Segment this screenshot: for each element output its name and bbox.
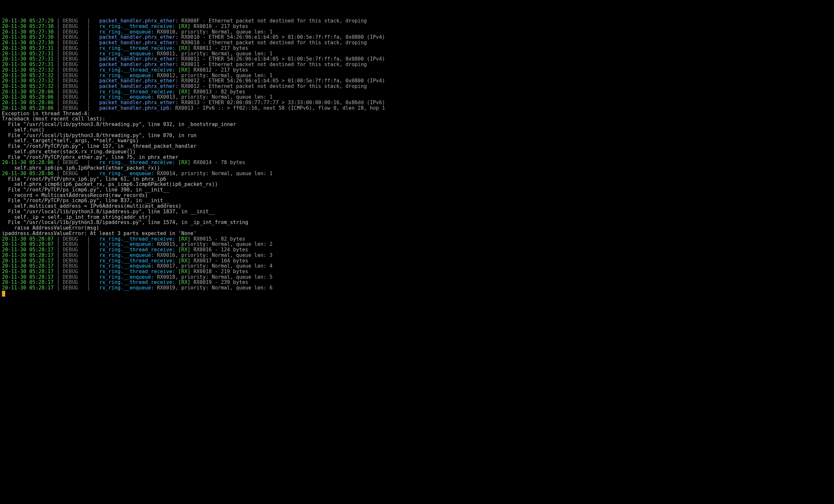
log-line: 20-11-30 05:27:32 | DEBUG | rx_ring.__en… xyxy=(2,73,832,78)
log-message: RX0018, priority: Normal, queue len: 5 xyxy=(157,274,273,280)
log-line: 20-11-30 05:27:30 | DEBUG | rx_ring.__en… xyxy=(2,29,832,35)
module-name: packet_handler.phrx_ether: xyxy=(100,100,181,106)
log-line: self._ip = self._ip_int_from_string(addr… xyxy=(2,214,832,220)
log-level: DEBUG xyxy=(63,73,87,78)
log-line: 20-11-30 05:27:32 | DEBUG | rx_ring.__th… xyxy=(2,67,832,73)
log-line: 20-11-30 05:27:31 | DEBUG | packet_handl… xyxy=(2,56,832,62)
log-line: 20-11-30 05:27:30 | DEBUG | packet_handl… xyxy=(2,35,832,40)
log-line: 20-11-30 05:28:17 | DEBUG | rx_ring.__th… xyxy=(2,247,832,253)
log-level: DEBUG xyxy=(63,170,87,177)
log-message: RX0017 - 104 bytes xyxy=(194,258,248,264)
log-message: RX0012 - 217 bytes xyxy=(194,67,248,73)
log-message: RX0011 - Ethernet packet not destined fo… xyxy=(181,62,367,67)
log-line: self._target(*self._args, **self._kwargs… xyxy=(2,138,832,143)
module-name: rx_ring.__thread_receive: xyxy=(100,279,178,285)
log-line: self.phrx_icmp6(ip6_packet_rx, ps_icmp6.… xyxy=(2,182,832,187)
module-name: rx_ring.__thread_receive: xyxy=(100,45,178,51)
timestamp: 20-11-30 05:28:17 xyxy=(2,274,54,280)
module-name: rx_ring.__enqueue: xyxy=(100,170,157,177)
traceback-line: File "/usr/local/lib/python3.8/ipaddress… xyxy=(2,209,215,214)
log-line: 20-11-30 05:27:31 | DEBUG | rx_ring.__en… xyxy=(2,51,832,56)
module-name: rx_ring.__thread_receive: xyxy=(100,160,178,165)
log-line: 20-11-30 05:28:17 | DEBUG | rx_ring.__th… xyxy=(2,269,832,274)
log-level: DEBUG xyxy=(63,252,87,258)
cursor-icon xyxy=(2,291,5,297)
terminal-output[interactable]: 20-11-30 05:27:29 | DEBUG | packet_handl… xyxy=(2,18,832,297)
traceback-line: record = MulticastAddressRecord(raw_reco… xyxy=(2,192,148,198)
rx-tag: [RX] xyxy=(178,236,194,242)
log-level: DEBUG xyxy=(63,160,87,165)
timestamp: 20-11-30 05:28:06 xyxy=(2,105,54,111)
timestamp: 20-11-30 05:27:29 xyxy=(2,18,54,24)
traceback-line: raise AddressValueError(msg) xyxy=(2,225,100,231)
log-level: DEBUG xyxy=(63,83,87,89)
log-line: File "/usr/local/lib/python3.8/ipaddress… xyxy=(2,209,832,214)
log-line: ipaddress.AddressValueError: At least 3 … xyxy=(2,231,832,236)
module-name: rx_ring.__enqueue: xyxy=(100,252,157,258)
log-level: DEBUG xyxy=(63,236,87,242)
traceback-line: File "/root/PyTCP/phrx_ether.py", line 7… xyxy=(2,154,178,160)
log-line: 20-11-30 05:28:07 | DEBUG | rx_ring.__en… xyxy=(2,242,832,247)
log-line: 20-11-30 05:27:29 | DEBUG | packet_handl… xyxy=(2,18,832,24)
log-message: RX0010 - ETHER 54:26:96:e1:b4:05 > 01:00… xyxy=(181,34,385,40)
timestamp: 20-11-30 05:28:06 xyxy=(2,100,54,106)
log-line: 20-11-30 05:28:17 | DEBUG | rx_ring.__en… xyxy=(2,285,832,291)
module-name: rx_ring.__enqueue: xyxy=(100,241,157,247)
rx-tag: [RX] xyxy=(178,23,194,29)
module-name: packet_handler.phrx_ether: xyxy=(100,18,181,24)
log-level: DEBUG xyxy=(63,34,87,40)
log-message: RX0017, priority: Normal, queue len: 4 xyxy=(157,263,273,269)
log-message: RX0013, priority: Normal, queue len: 1 xyxy=(157,94,273,100)
log-line: Traceback (most recent call last): xyxy=(2,116,832,122)
log-message: RX0010, priority: Normal, queue len: 1 xyxy=(157,29,273,35)
module-name: packet_handler.phrx_ether: xyxy=(100,78,181,84)
timestamp: 20-11-30 05:28:07 xyxy=(2,241,54,247)
module-name: rx_ring.__thread_receive: xyxy=(100,258,178,264)
log-line: 20-11-30 05:28:07 | DEBUG | rx_ring.__th… xyxy=(2,236,832,242)
log-level: DEBUG xyxy=(63,67,87,73)
traceback-line: File "/usr/local/lib/python3.8/threading… xyxy=(2,121,236,127)
log-line: 20-11-30 05:27:30 | DEBUG | packet_handl… xyxy=(2,40,832,46)
module-name: rx_ring.__thread_receive: xyxy=(100,23,178,29)
traceback-line: Traceback (most recent call last): xyxy=(2,116,105,122)
log-message: RX0010 - 217 bytes xyxy=(194,23,248,29)
log-message: RX0011 - 217 bytes xyxy=(194,45,248,51)
module-name: packet_handler.phrx_ether: xyxy=(100,34,181,40)
log-line: File "/root/PyTCP/ps_icmp6.py", line 837… xyxy=(2,198,832,204)
log-message: RX0013 - ETHER 02:00:00:77:77:77 > 33:33… xyxy=(181,100,385,106)
traceback-line: self.phrx_ip6(ps_ip6.Ip6Packet(ether_pac… xyxy=(2,165,160,171)
log-level: DEBUG xyxy=(63,45,87,51)
rx-tag: [RX] xyxy=(178,269,194,274)
log-line: 20-11-30 05:28:06 | DEBUG | rx_ring.__en… xyxy=(2,171,832,177)
log-line: 20-11-30 05:28:06 | DEBUG | packet_handl… xyxy=(2,106,832,111)
module-name: rx_ring.__thread_receive: xyxy=(100,236,178,242)
log-line: 20-11-30 05:28:17 | DEBUG | rx_ring.__en… xyxy=(2,253,832,258)
module-name: packet_handler.phrx_ether: xyxy=(100,83,181,89)
log-line: 20-11-30 05:28:06 | DEBUG | rx_ring.__th… xyxy=(2,160,832,165)
log-line: File "/root/PyTCP/ph.py", line 157, in _… xyxy=(2,143,832,149)
log-line: self.phrx_ip6(ps_ip6.Ip6Packet(ether_pac… xyxy=(2,165,832,171)
log-level: DEBUG xyxy=(63,62,87,67)
module-name: rx_ring.__thread_receive: xyxy=(100,89,178,95)
log-message: RX0019 - 239 bytes xyxy=(194,279,248,285)
timestamp: 20-11-30 05:28:06 xyxy=(2,89,54,95)
log-message: RX0016, priority: Normal, queue len: 3 xyxy=(157,252,273,258)
module-name: rx_ring.__enqueue: xyxy=(100,29,157,35)
timestamp: 20-11-30 05:27:32 xyxy=(2,67,54,73)
timestamp: 20-11-30 05:28:07 xyxy=(2,236,54,242)
timestamp: 20-11-30 05:28:06 xyxy=(2,170,54,177)
log-line: File "/usr/local/lib/python3.8/threading… xyxy=(2,122,832,127)
timestamp: 20-11-30 05:27:30 xyxy=(2,40,54,46)
module-name: rx_ring.__enqueue: xyxy=(100,274,157,280)
rx-tag: [RX] xyxy=(178,160,194,165)
log-level: DEBUG xyxy=(63,40,87,46)
log-message: RX0015 - 82 bytes xyxy=(194,236,245,242)
timestamp: 20-11-30 05:27:30 xyxy=(2,29,54,35)
timestamp: 20-11-30 05:27:31 xyxy=(2,62,54,67)
traceback-line: File "/usr/local/lib/python3.8/threading… xyxy=(2,133,196,138)
rx-tag: [RX] xyxy=(178,89,194,95)
traceback-line: self.multicast_address = IPv6Address(mul… xyxy=(2,203,181,209)
log-message: RX0012 - ETHER 54:26:96:e1:b4:05 > 01:00… xyxy=(181,78,385,84)
log-message: RX0015, priority: Normal, queue len: 2 xyxy=(157,241,273,247)
log-line: 20-11-30 05:28:17 | DEBUG | rx_ring.__th… xyxy=(2,258,832,264)
